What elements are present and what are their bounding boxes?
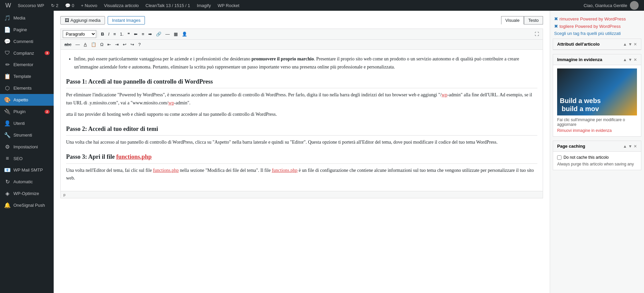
tab-text[interactable]: Testo <box>524 16 543 25</box>
sidebar-item-plugin[interactable]: 🔌 Plugin 2 <box>0 106 54 117</box>
admin-bar-imagify[interactable]: Imagify <box>194 0 214 11</box>
special-chars-button[interactable]: Ω <box>99 41 105 48</box>
sidebar-item-commenti[interactable]: 💬 Commenti <box>0 36 54 47</box>
sidebar-item-elements[interactable]: ⬡ Elements <box>0 82 54 94</box>
indent-button[interactable]: ⇥ <box>113 41 120 48</box>
immagine-body: Build a websbuild a mov Fai clic sull'im… <box>553 65 641 136</box>
immagine-up-icon[interactable]: ▲ <box>623 57 627 62</box>
sidebar-item-aspetto[interactable]: 🎨 Aspetto <box>0 94 54 106</box>
immagine-header[interactable]: Immagine in evidenza ▲ ▼ ✕ <box>553 54 641 65</box>
template-icon: 📋 <box>4 73 11 80</box>
sidebar-item-label: Automatic <box>13 179 33 184</box>
functions-php-link-title[interactable]: functions.php <box>116 153 152 160</box>
x-icon-1: ✖ <box>554 16 558 21</box>
hr2-button[interactable]: — <box>74 41 82 48</box>
admin-bar-logo[interactable]: W <box>3 0 14 11</box>
sidebar-item-template[interactable]: 📋 Template <box>0 70 54 82</box>
admin-bar-new[interactable]: + Nuovo <box>78 0 100 11</box>
sidebar-item-complianz[interactable]: 🛡 Complianz 3 <box>0 47 54 59</box>
immagine-down-icon[interactable]: ▼ <box>628 57 632 62</box>
align-right-button[interactable]: ➡ <box>147 31 154 38</box>
sidebar-item-label: Utenti <box>13 121 25 126</box>
undo-button[interactable]: ↩ <box>121 41 128 48</box>
sidebar-item-strumenti[interactable]: 🔧 Strumenti <box>0 129 54 141</box>
hr-button[interactable]: — <box>164 31 171 38</box>
remove-powered-link[interactable]: ✖ rimuovere Powered by WordPress <box>554 16 640 21</box>
visual-text-tabs: Visuale Testo <box>501 16 543 25</box>
redo-button[interactable]: ↪ <box>129 41 136 48</box>
immagine-close-icon[interactable]: ✕ <box>634 57 637 62</box>
wp-admin-link-1[interactable]: wp <box>441 92 447 97</box>
outdent-button[interactable]: ⇤ <box>106 41 113 48</box>
paste-button[interactable]: 📋 <box>89 41 98 48</box>
admin-bar-updates[interactable]: ↻ 2 <box>48 0 61 11</box>
remove-featured-label: Rimuovi immagine in evidenza <box>557 128 612 133</box>
sidebar-item-utenti[interactable]: 👤 Utenti <box>0 117 54 129</box>
toolbar-divider <box>98 31 98 38</box>
attributi-header[interactable]: Attributi dell'articolo ▲ ▼ ✕ <box>553 39 641 50</box>
sidebar-item-automatic[interactable]: ↻ Automatic <box>0 176 54 188</box>
add-media-button[interactable]: 🖼 Aggiungi media <box>60 16 105 25</box>
aspetto-icon: 🎨 <box>4 97 11 103</box>
help-button[interactable]: ? <box>137 41 142 48</box>
attributi-articolo-box: Attributi dell'articolo ▲ ▼ ✕ <box>553 39 641 50</box>
bold-button[interactable]: B <box>99 31 106 38</box>
fullscreen-button[interactable]: ⛶ <box>533 31 541 38</box>
sidebar-item-wpmail[interactable]: 📧 WP Mail SMTP <box>0 164 54 176</box>
ordered-list-button[interactable]: 1. <box>118 31 125 38</box>
right-sidebar: ✖ rimuovere Powered by WordPress ✖ togli… <box>550 11 644 293</box>
align-center-button[interactable]: ≡ <box>140 31 146 38</box>
sidebar-item-onesignal[interactable]: 🔔 OneSignal Push <box>0 199 54 211</box>
admin-bar-greeting[interactable]: Ciao, Gianluca Gentile <box>581 1 641 10</box>
link-button[interactable]: 🔗 <box>154 31 163 38</box>
tab-visual[interactable]: Visuale <box>501 16 524 25</box>
sidebar-item-label: Strumenti <box>13 133 32 138</box>
admin-bar-wprocket[interactable]: WP Rocket <box>215 0 242 11</box>
user-button[interactable]: 👤 <box>180 31 189 38</box>
blockquote-button[interactable]: ❝ <box>126 31 131 38</box>
paragraph-select[interactable]: Paragrafo Titolo 1 Titolo 2 Titolo 3 <box>63 30 96 38</box>
main-layout: 🎵 Media 📄 Pagine 💬 Commenti 🛡 Complianz … <box>0 11 644 293</box>
attributi-down-icon[interactable]: ▼ <box>628 42 632 47</box>
page-caching-header[interactable]: Page caching ▲ ▼ ✕ <box>553 141 641 152</box>
togliere-powered-label: togliere Powered by WordPress <box>559 24 621 29</box>
sidebar-item-seo[interactable]: ≡ SEO <box>0 153 54 164</box>
strikethrough-button[interactable]: abc <box>63 41 73 48</box>
sidebar-item-media[interactable]: 🎵 Media <box>0 12 54 24</box>
page-caching-title: Page caching <box>557 144 585 149</box>
x-icon-2: ✖ <box>554 23 558 29</box>
functions-php-link-1[interactable]: functions.php <box>153 168 179 173</box>
caching-up-icon[interactable]: ▲ <box>623 144 627 149</box>
sidebar-item-wpoptimize[interactable]: ◈ WP-Optimize <box>0 188 54 199</box>
caching-down-icon[interactable]: ▼ <box>628 144 632 149</box>
do-not-cache-checkbox[interactable] <box>557 155 561 160</box>
bullet-item-1: Infine, può essere particolarmente vanta… <box>74 55 537 71</box>
align-left-button[interactable]: ⬅ <box>132 31 139 38</box>
caching-close-icon[interactable]: ✕ <box>634 144 637 149</box>
view-article-label: Visualizza articolo <box>104 3 139 8</box>
add-media-icon: 🖼 <box>65 18 69 23</box>
sidebar-item-pagine[interactable]: 📄 Pagine <box>0 24 54 36</box>
instant-images-button[interactable]: Instant Images <box>108 16 145 25</box>
admin-bar-view-article[interactable]: Visualizza articolo <box>101 0 142 11</box>
table-button[interactable]: ▦ <box>172 31 179 38</box>
editor-footer: p <box>60 191 543 198</box>
attributi-close-icon[interactable]: ✕ <box>634 42 637 47</box>
unordered-list-button[interactable]: ≡ <box>112 31 118 38</box>
admin-bar-site[interactable]: Soccorso WP <box>15 0 47 11</box>
admin-bar-comments[interactable]: 💬 0 <box>62 0 77 11</box>
editor-content[interactable]: Infine, può essere particolarmente vanta… <box>60 49 543 191</box>
attributi-up-icon[interactable]: ▲ <box>623 42 627 47</box>
tag-link[interactable]: Scegli un tag fra quelli più utilizzati <box>554 31 640 36</box>
wp-admin-link-2[interactable]: wp <box>168 100 174 105</box>
admin-bar-cleantalk[interactable]: CleanTalk 13 / 1515 / 1 <box>143 0 193 11</box>
sidebar-item-impostazioni[interactable]: ⚙ Impostazioni <box>0 141 54 153</box>
functions-php-link-2[interactable]: functions.php <box>272 168 298 173</box>
togliere-powered-link[interactable]: ✖ togliere Powered by WordPress <box>554 23 640 29</box>
text-color-button[interactable]: A <box>82 41 89 48</box>
remove-featured-image-link[interactable]: Rimuovi immagine in evidenza <box>557 128 637 133</box>
comments-count: 0 <box>72 3 74 8</box>
italic-button[interactable]: I <box>106 31 111 38</box>
sidebar-item-elementor[interactable]: ✏ Elementor <box>0 59 54 70</box>
featured-image[interactable]: Build a websbuild a mov <box>557 68 637 115</box>
